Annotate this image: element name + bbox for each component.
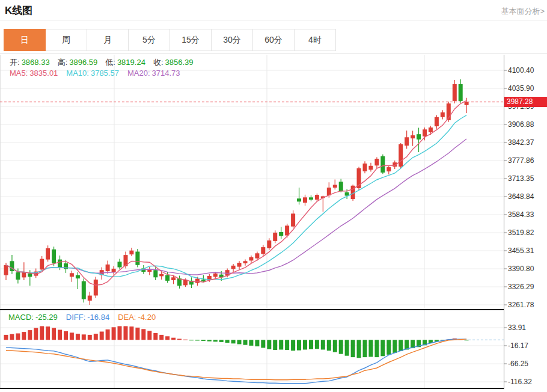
y-axis-labels-macd: 33.91-16.17-66.25-116.32 bbox=[504, 323, 532, 386]
ma5-line bbox=[6, 100, 466, 285]
macd-item: DEA:-4.20 bbox=[118, 313, 156, 322]
tab-15min[interactable]: 15分 bbox=[170, 29, 212, 51]
ohlc-item: 低:3819.24 bbox=[105, 57, 145, 68]
macd-histogram bbox=[4, 326, 469, 358]
tab-30min[interactable]: 30分 bbox=[211, 29, 253, 51]
tab-4hour[interactable]: 4时 bbox=[294, 29, 336, 51]
interval-tabs: 日周月5分15分30分60分4时 bbox=[4, 29, 336, 51]
svg-text:3906.88: 3906.88 bbox=[508, 120, 534, 129]
svg-text:3455.31: 3455.31 bbox=[508, 247, 534, 255]
macd-item: DIFF:-16.84 bbox=[66, 313, 109, 322]
svg-text:-66.25: -66.25 bbox=[508, 360, 528, 368]
gridlines bbox=[0, 55, 504, 388]
svg-text:-16.17: -16.17 bbox=[508, 341, 528, 350]
svg-text:33.91: 33.91 bbox=[508, 323, 526, 332]
tab-5min[interactable]: 5分 bbox=[128, 29, 170, 51]
fundamental-analysis-link[interactable]: 基本面分析> bbox=[501, 6, 545, 17]
ma-item: MA5:3835.01 bbox=[10, 69, 58, 78]
svg-text:3584.33: 3584.33 bbox=[508, 210, 534, 219]
kline-page: { "page": { "title": "K线图", "fundamental… bbox=[0, 0, 547, 392]
svg-text:-116.32: -116.32 bbox=[508, 378, 532, 386]
ma-item: MA10:3785.57 bbox=[66, 69, 119, 78]
svg-text:4035.90: 4035.90 bbox=[508, 84, 534, 93]
tab-weekly[interactable]: 周 bbox=[45, 29, 87, 51]
last-price-badge: 3987.28 bbox=[504, 97, 547, 107]
svg-text:3261.78: 3261.78 bbox=[508, 301, 534, 309]
page-title: K线图 bbox=[5, 4, 32, 17]
svg-text:3713.35: 3713.35 bbox=[508, 174, 534, 183]
tab-daily[interactable]: 日 bbox=[4, 29, 46, 51]
svg-text:3390.80: 3390.80 bbox=[508, 265, 534, 273]
ma10-line bbox=[6, 115, 466, 280]
tabbar-underline bbox=[0, 53, 547, 54]
macd-item: MACD:-25.29 bbox=[8, 313, 58, 322]
tab-60min[interactable]: 60分 bbox=[252, 29, 295, 51]
svg-text:3777.86: 3777.86 bbox=[508, 156, 534, 165]
svg-text:3842.37: 3842.37 bbox=[508, 138, 534, 147]
macd-readout: MACD:-25.29DIFF:-16.84DEA:-4.20 bbox=[8, 313, 156, 322]
svg-text:4100.40: 4100.40 bbox=[508, 66, 534, 75]
svg-text:3326.29: 3326.29 bbox=[508, 283, 534, 291]
ohlc-item: 开:3868.33 bbox=[10, 57, 50, 68]
svg-text:3519.82: 3519.82 bbox=[508, 228, 534, 237]
title-divider bbox=[0, 20, 547, 20]
ohlc-item: 高:3896.59 bbox=[58, 57, 98, 68]
tab-monthly[interactable]: 月 bbox=[87, 29, 129, 51]
ohlc-readout: 开:3868.33高:3896.59低:3819.24收:3856.39 bbox=[10, 57, 194, 68]
ma20-line bbox=[6, 139, 466, 275]
ma-readout: MA5:3835.01MA10:3785.57MA20:3714.73 bbox=[10, 69, 180, 78]
ma-item: MA20:3714.73 bbox=[127, 69, 180, 78]
svg-text:3648.84: 3648.84 bbox=[508, 192, 534, 201]
dea-line bbox=[6, 339, 466, 380]
ohlc-item: 收:3856.39 bbox=[153, 57, 194, 68]
